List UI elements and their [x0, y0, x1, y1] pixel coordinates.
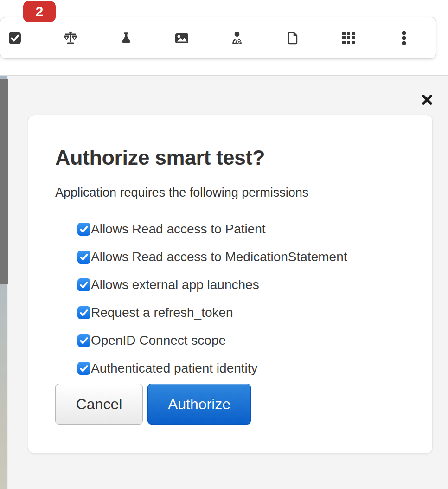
- permission-label: OpenID Connect scope: [91, 333, 226, 348]
- cancel-button[interactable]: Cancel: [55, 384, 143, 425]
- permission-row: Authenticated patient identity: [77, 362, 347, 375]
- lab-flask-icon[interactable]: [118, 30, 134, 46]
- close-icon[interactable]: [421, 93, 433, 106]
- dialog-actions: Cancel Authorize: [55, 384, 251, 425]
- permission-row: Allows Read access to Patient: [77, 223, 347, 236]
- permission-checkbox[interactable]: [77, 306, 90, 319]
- permission-checkbox[interactable]: [77, 334, 90, 347]
- dialog-title: Authorize smart test?: [55, 146, 265, 170]
- permissions-list: Allows Read access to Patient Allows Rea…: [77, 223, 347, 390]
- balance-scale-icon[interactable]: [63, 30, 78, 46]
- toolbar: [0, 17, 436, 59]
- document-icon[interactable]: [285, 30, 301, 46]
- permission-label: Allows Read access to MedicationStatemen…: [91, 250, 347, 264]
- authorize-dialog: Authorize smart test? Application requir…: [28, 115, 433, 454]
- dialog-subtitle: Application requires the following permi…: [55, 186, 308, 200]
- scrollbar-track[interactable]: [0, 76, 8, 489]
- doctor-icon[interactable]: [229, 30, 245, 46]
- scrollbar-thumb[interactable]: [0, 79, 8, 284]
- permission-row: OpenID Connect scope: [77, 334, 347, 347]
- permission-label: Request a refresh_token: [91, 305, 233, 320]
- permission-row: Allows external app launches: [77, 278, 347, 291]
- permission-row: Request a refresh_token: [77, 306, 347, 319]
- checked-task-icon[interactable]: [7, 30, 23, 46]
- permission-checkbox[interactable]: [77, 223, 90, 236]
- permission-checkbox[interactable]: [77, 362, 90, 375]
- apps-grid-icon[interactable]: [340, 30, 356, 46]
- authorize-button[interactable]: Authorize: [147, 384, 251, 425]
- permission-row: Allows Read access to MedicationStatemen…: [77, 251, 347, 264]
- permission-label: Allows Read access to Patient: [91, 222, 266, 237]
- badge-count: 2: [36, 4, 44, 19]
- permission-checkbox[interactable]: [77, 278, 90, 291]
- permission-label: Authenticated patient identity: [91, 361, 258, 376]
- permission-checkbox[interactable]: [77, 251, 90, 264]
- image-icon[interactable]: [174, 30, 190, 46]
- kebab-menu-icon[interactable]: [396, 30, 412, 46]
- modal-overlay: Authorize smart test? Application requir…: [0, 75, 448, 489]
- notification-badge: 2: [23, 1, 56, 22]
- permission-label: Allows external app launches: [91, 277, 259, 292]
